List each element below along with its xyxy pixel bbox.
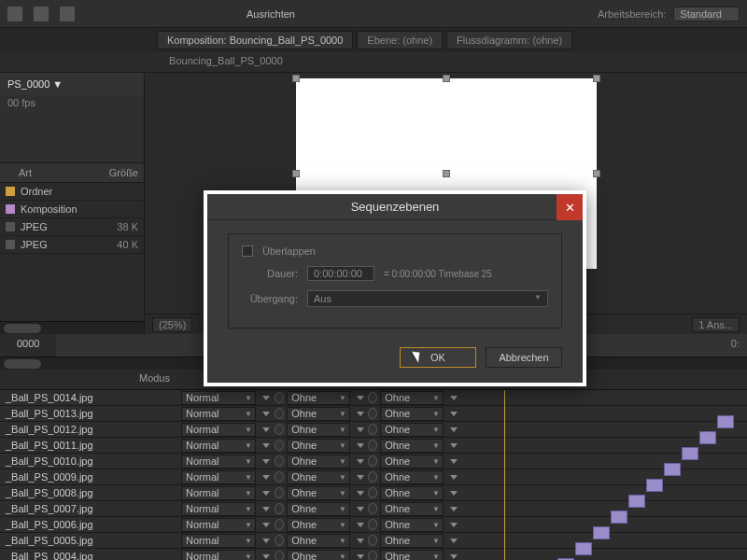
- zoom-value[interactable]: (25%): [152, 317, 192, 332]
- track-matte-dropdown[interactable]: Ohne: [287, 391, 350, 405]
- layer-clip[interactable]: [682, 447, 698, 460]
- track-matte-knob[interactable]: [275, 519, 284, 530]
- layer-clip[interactable]: [628, 495, 645, 508]
- parent-knob[interactable]: [368, 424, 377, 435]
- timeline-row[interactable]: _Ball_PS_0012.jpg Normal Ohne Ohne: [0, 422, 747, 438]
- timeline-row[interactable]: _Ball_PS_0005.jpg Normal Ohne Ohne: [0, 533, 747, 549]
- ok-button[interactable]: OK: [400, 347, 476, 368]
- timeline-row[interactable]: _Ball_PS_0013.jpg Normal Ohne Ohne: [0, 406, 747, 422]
- track-matte-knob[interactable]: [275, 487, 284, 498]
- track-matte-dropdown[interactable]: Ohne: [287, 518, 350, 532]
- duration-input[interactable]: 0:00:00:00: [307, 266, 374, 281]
- text-tool-icon[interactable]: [60, 7, 75, 21]
- parent-dropdown[interactable]: Ohne: [380, 407, 444, 421]
- timeline-row[interactable]: _Ball_PS_0004.jpg Normal Ohne Ohne: [0, 549, 747, 560]
- project-item[interactable]: Ordner: [0, 183, 144, 201]
- cancel-button[interactable]: Abbrechen: [486, 347, 562, 368]
- close-icon: ✕: [565, 201, 575, 215]
- parent-dropdown[interactable]: Ohne: [380, 518, 444, 532]
- blend-mode-dropdown[interactable]: Normal: [181, 502, 256, 516]
- parent-dropdown[interactable]: Ohne: [380, 486, 444, 500]
- blend-mode-dropdown[interactable]: Normal: [181, 407, 256, 421]
- project-item[interactable]: Komposition: [0, 201, 144, 218]
- timeline-row[interactable]: _Ball_PS_0011.jpg Normal Ohne Ohne: [0, 438, 747, 454]
- project-title[interactable]: PS_0000 ▼: [0, 73, 144, 95]
- playhead[interactable]: [504, 390, 505, 560]
- blend-mode-dropdown[interactable]: Normal: [181, 423, 256, 437]
- parent-knob[interactable]: [368, 551, 377, 560]
- parent-knob[interactable]: [368, 392, 377, 403]
- transition-dropdown[interactable]: Aus: [307, 290, 548, 307]
- close-button[interactable]: ✕: [557, 194, 583, 220]
- timeline-row[interactable]: _Ball_PS_0009.jpg Normal Ohne Ohne: [0, 469, 747, 485]
- track-matte-dropdown[interactable]: Ohne: [287, 550, 350, 561]
- project-item[interactable]: JPEG 40 K: [0, 236, 144, 254]
- layer-clip[interactable]: [575, 542, 592, 555]
- parent-dropdown[interactable]: Ohne: [380, 439, 444, 453]
- layer-clip[interactable]: [593, 526, 610, 539]
- parent-dropdown[interactable]: Ohne: [380, 534, 444, 548]
- track-matte-knob[interactable]: [275, 535, 284, 546]
- project-scroll[interactable]: [0, 321, 144, 334]
- workspace-dropdown[interactable]: Standard: [673, 7, 740, 21]
- parent-knob[interactable]: [368, 519, 377, 530]
- layer-clip[interactable]: [699, 431, 716, 444]
- parent-knob[interactable]: [368, 408, 377, 419]
- hand-tool-icon[interactable]: [34, 7, 49, 21]
- track-matte-dropdown[interactable]: Ohne: [287, 439, 350, 453]
- parent-dropdown[interactable]: Ohne: [380, 550, 444, 561]
- parent-dropdown[interactable]: Ohne: [380, 502, 444, 516]
- parent-knob[interactable]: [368, 487, 377, 498]
- project-item[interactable]: JPEG 38 K: [0, 218, 144, 236]
- track-matte-dropdown[interactable]: Ohne: [287, 423, 350, 437]
- track-matte-dropdown[interactable]: Ohne: [287, 486, 350, 500]
- blend-mode-dropdown[interactable]: Normal: [181, 486, 256, 500]
- parent-knob[interactable]: [368, 503, 377, 514]
- track-matte-knob[interactable]: [275, 408, 284, 419]
- track-matte-dropdown[interactable]: Ohne: [287, 455, 350, 469]
- track-matte-knob[interactable]: [275, 424, 284, 435]
- tab-layer[interactable]: Ebene: (ohne): [357, 31, 443, 49]
- track-matte-dropdown[interactable]: Ohne: [287, 534, 350, 548]
- parent-knob[interactable]: [368, 535, 377, 546]
- layer-clip[interactable]: [646, 479, 663, 492]
- track-matte-dropdown[interactable]: Ohne: [287, 470, 350, 484]
- track-matte-knob[interactable]: [275, 551, 284, 560]
- track-matte-dropdown[interactable]: Ohne: [287, 407, 350, 421]
- track-matte-knob[interactable]: [275, 503, 284, 514]
- selection-tool-icon[interactable]: [7, 7, 22, 21]
- align-label[interactable]: Ausrichten: [247, 8, 295, 20]
- blend-mode-dropdown[interactable]: Normal: [181, 439, 256, 453]
- layer-clip[interactable]: [717, 415, 734, 428]
- timeline-row[interactable]: _Ball_PS_0006.jpg Normal Ohne Ohne: [0, 517, 747, 533]
- parent-dropdown[interactable]: Ohne: [380, 455, 444, 469]
- tab-composition[interactable]: Komposition: Bouncing_Ball_PS_0000: [157, 31, 353, 49]
- duration-label: Dauer:: [242, 268, 298, 279]
- timeline-row[interactable]: _Ball_PS_0010.jpg Normal Ohne Ohne: [0, 454, 747, 469]
- timeline-row[interactable]: _Ball_PS_0014.jpg Normal Ohne Ohne: [0, 390, 747, 406]
- blend-mode-dropdown[interactable]: Normal: [181, 455, 256, 469]
- track-matte-dropdown[interactable]: Ohne: [287, 502, 350, 516]
- track-matte-knob[interactable]: [275, 392, 284, 403]
- parent-knob[interactable]: [368, 455, 377, 467]
- parent-knob[interactable]: [368, 440, 377, 451]
- blend-mode-dropdown[interactable]: Normal: [181, 470, 256, 484]
- layer-clip[interactable]: [611, 511, 627, 524]
- blend-mode-dropdown[interactable]: Normal: [181, 518, 256, 532]
- parent-dropdown[interactable]: Ohne: [380, 423, 444, 437]
- resolution-dropdown[interactable]: 1 Ans...: [692, 317, 740, 332]
- track-matte-knob[interactable]: [275, 440, 284, 451]
- anchor-icon[interactable]: [443, 170, 450, 177]
- track-matte-knob[interactable]: [275, 471, 284, 483]
- track-matte-knob[interactable]: [275, 455, 284, 467]
- overlap-checkbox[interactable]: [242, 245, 253, 257]
- tab-flowchart[interactable]: Flussdiagramm: (ohne): [446, 31, 572, 49]
- blend-mode-dropdown[interactable]: Normal: [181, 534, 256, 548]
- parent-dropdown[interactable]: Ohne: [380, 391, 444, 405]
- layer-clip[interactable]: [664, 463, 681, 476]
- blend-mode-dropdown[interactable]: Normal: [181, 550, 256, 561]
- blend-mode-dropdown[interactable]: Normal: [181, 391, 256, 405]
- timeline-tab[interactable]: 0000: [0, 334, 56, 357]
- parent-knob[interactable]: [368, 471, 377, 483]
- parent-dropdown[interactable]: Ohne: [380, 470, 444, 484]
